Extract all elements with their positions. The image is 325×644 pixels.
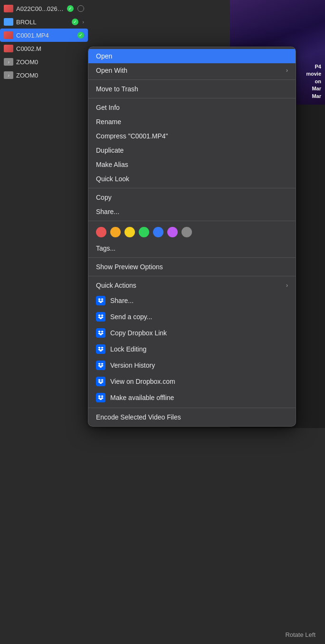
make-alias-label: Make Alias bbox=[96, 161, 288, 168]
share-menu-item[interactable]: Share... bbox=[88, 205, 296, 219]
tag-green[interactable] bbox=[139, 227, 149, 237]
db-lock-menu-item[interactable]: Lock Editing bbox=[88, 341, 296, 357]
open-label: Open bbox=[96, 52, 288, 60]
context-menu: Open Open With › Move to Trash Get Info … bbox=[88, 47, 296, 427]
file-name-4: C0002.M bbox=[16, 45, 41, 52]
db-send-copy-menu-item[interactable]: Send a copy... bbox=[88, 309, 296, 325]
rename-label: Rename bbox=[96, 118, 288, 126]
rotate-left-button[interactable]: Rotate Left bbox=[285, 631, 315, 638]
dropbox-icon-send-copy bbox=[96, 312, 105, 322]
share-label: Share... bbox=[96, 208, 288, 215]
file-name-5: ZOOM0 bbox=[16, 59, 38, 66]
tag-blue[interactable] bbox=[153, 227, 163, 237]
encode-label: Encode Selected Video Files bbox=[96, 413, 288, 421]
compress-label: Compress "C0001.MP4" bbox=[96, 132, 288, 140]
file-name-2: BROLL bbox=[16, 19, 37, 26]
menu-section-4: Copy Share... bbox=[88, 188, 296, 221]
db-copy-link-label: Copy Dropbox Link bbox=[110, 329, 288, 337]
file-name-6: ZOOM0 bbox=[16, 72, 38, 79]
make-alias-menu-item[interactable]: Make Alias bbox=[88, 157, 296, 172]
tags-label: Tags... bbox=[96, 244, 288, 252]
video-icon-3 bbox=[4, 31, 13, 39]
open-with-label: Open With bbox=[96, 67, 281, 74]
get-info-label: Get Info bbox=[96, 104, 288, 111]
video-icon-4 bbox=[4, 45, 13, 52]
get-info-menu-item[interactable]: Get Info bbox=[88, 100, 296, 115]
open-with-arrow-icon: › bbox=[286, 67, 288, 74]
quick-actions-label: Quick Actions bbox=[96, 282, 281, 289]
dropbox-icon-lock bbox=[96, 344, 105, 354]
file-name-3: C0001.MP4 bbox=[16, 32, 49, 39]
show-preview-label: Show Preview Options bbox=[96, 263, 288, 271]
audio-icon-5: ♪ bbox=[4, 58, 13, 66]
tag-purple[interactable] bbox=[167, 227, 178, 237]
copy-menu-item[interactable]: Copy bbox=[88, 190, 296, 205]
file-item-6[interactable]: ♪ ZOOM0 bbox=[0, 68, 88, 82]
db-offline-menu-item[interactable]: Make available offline bbox=[88, 390, 296, 406]
dropbox-icon-share bbox=[96, 296, 105, 305]
dropbox-icon-version bbox=[96, 361, 105, 370]
file-item-5[interactable]: ♪ ZOOM0 bbox=[0, 55, 88, 68]
dropbox-icon-offline bbox=[96, 393, 105, 402]
rename-menu-item[interactable]: Rename bbox=[88, 115, 296, 129]
dropbox-icon-copy-link bbox=[96, 328, 105, 338]
file-item-2[interactable]: BROLL ✓ › bbox=[0, 15, 88, 29]
compress-menu-item[interactable]: Compress "C0001.MP4" bbox=[88, 129, 296, 143]
check-badge-2: ✓ bbox=[72, 19, 78, 25]
quick-look-menu-item[interactable]: Quick Look bbox=[88, 172, 296, 186]
db-share-menu-item[interactable]: Share... bbox=[88, 293, 296, 309]
db-version-label: Version History bbox=[110, 361, 288, 369]
menu-section-encode: Encode Selected Video Files bbox=[88, 408, 296, 426]
tags-menu-item[interactable]: Tags... bbox=[88, 241, 296, 255]
encode-menu-item[interactable]: Encode Selected Video Files bbox=[88, 410, 296, 424]
tag-red[interactable] bbox=[96, 227, 106, 237]
db-copy-link-menu-item[interactable]: Copy Dropbox Link bbox=[88, 325, 296, 341]
file-item-3[interactable]: C0001.MP4 ✓ bbox=[0, 29, 88, 42]
folder-icon-2 bbox=[4, 18, 13, 26]
menu-section-1: Open Open With › bbox=[88, 47, 296, 79]
tags-row bbox=[88, 223, 296, 241]
db-view-menu-item[interactable]: View on Dropbox.com bbox=[88, 373, 296, 390]
quick-actions-menu-item[interactable]: Quick Actions › bbox=[88, 278, 296, 293]
open-with-menu-item[interactable]: Open With › bbox=[88, 63, 296, 78]
duplicate-label: Duplicate bbox=[96, 146, 288, 154]
file-item-4[interactable]: C0002.M bbox=[0, 42, 88, 55]
file-list: A022C00...026.MOV ✓ BROLL ✓ › C0001.MP4 … bbox=[0, 0, 88, 133]
move-trash-label: Move to Trash bbox=[96, 85, 288, 93]
db-share-label: Share... bbox=[110, 297, 288, 304]
check-badge-3: ✓ bbox=[77, 32, 84, 39]
menu-section-tags: Tags... bbox=[88, 221, 296, 257]
preview-overlay: P4 movie on Mar Mar bbox=[306, 63, 321, 100]
menu-section-2: Move to Trash bbox=[88, 79, 296, 98]
db-view-label: View on Dropbox.com bbox=[110, 378, 288, 385]
audio-icon-6: ♪ bbox=[4, 71, 13, 79]
db-lock-label: Lock Editing bbox=[110, 345, 288, 353]
db-version-menu-item[interactable]: Version History bbox=[88, 357, 296, 373]
dropbox-icon-view bbox=[96, 377, 105, 386]
open-menu-item[interactable]: Open bbox=[88, 49, 296, 63]
file-name-1: A022C00...026.MOV bbox=[16, 5, 64, 12]
db-offline-label: Make available offline bbox=[110, 394, 288, 401]
chevron-icon-2: › bbox=[82, 19, 84, 25]
tag-orange[interactable] bbox=[110, 227, 121, 237]
menu-section-preview: Show Preview Options bbox=[88, 257, 296, 276]
video-icon-1 bbox=[4, 5, 13, 12]
check-badge-1: ✓ bbox=[67, 5, 74, 12]
menu-section-3: Get Info Rename Compress "C0001.MP4" Dup… bbox=[88, 98, 296, 188]
bottom-bar: Rotate Left bbox=[0, 625, 325, 644]
clock-badge-1 bbox=[77, 5, 84, 12]
db-send-copy-label: Send a copy... bbox=[110, 313, 288, 321]
duplicate-menu-item[interactable]: Duplicate bbox=[88, 143, 296, 157]
tag-gray[interactable] bbox=[182, 227, 192, 237]
copy-label: Copy bbox=[96, 194, 288, 201]
quick-actions-arrow-icon: › bbox=[286, 282, 288, 289]
tag-yellow[interactable] bbox=[124, 227, 135, 237]
menu-section-dropbox: Quick Actions › Share... Send a copy... bbox=[88, 276, 296, 408]
show-preview-menu-item[interactable]: Show Preview Options bbox=[88, 260, 296, 274]
quick-look-label: Quick Look bbox=[96, 175, 288, 183]
move-trash-menu-item[interactable]: Move to Trash bbox=[88, 82, 296, 96]
file-item-1[interactable]: A022C00...026.MOV ✓ bbox=[0, 2, 88, 15]
